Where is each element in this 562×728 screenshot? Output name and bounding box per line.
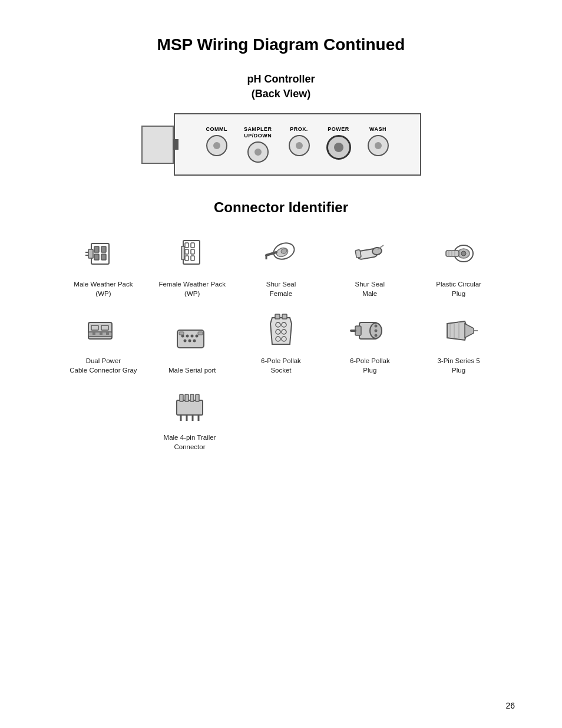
svg-point-46 bbox=[193, 339, 196, 342]
connector-section-title: Connector Identifier bbox=[47, 199, 515, 216]
svg-point-45 bbox=[189, 339, 191, 342]
list-item: Shur SealMale bbox=[325, 233, 414, 298]
svg-rect-36 bbox=[92, 332, 95, 335]
3-pin-series-5-plug-icon bbox=[435, 312, 482, 350]
svg-point-43 bbox=[196, 334, 199, 337]
svg-rect-3 bbox=[94, 254, 99, 260]
svg-rect-15 bbox=[181, 246, 184, 259]
svg-rect-56 bbox=[282, 314, 287, 319]
connector-grid: Male Weather Pack(WP) Fema bbox=[47, 233, 515, 452]
port-power: POWER bbox=[326, 126, 351, 160]
list-item: 3-Pin Series 5Plug bbox=[414, 310, 503, 375]
svg-point-44 bbox=[184, 339, 187, 342]
svg-line-18 bbox=[266, 252, 276, 255]
svg-rect-14 bbox=[191, 256, 194, 261]
svg-rect-55 bbox=[275, 314, 280, 319]
port-sampler: SAMPLERUP/DOWN bbox=[244, 126, 272, 163]
svg-point-41 bbox=[186, 334, 189, 337]
list-item: 6-Pole PollakSocket bbox=[237, 310, 326, 375]
main-panel: COMML SAMPLERUP/DOWN PROX. POWER bbox=[174, 113, 421, 176]
svg-rect-68 bbox=[177, 400, 203, 415]
svg-rect-37 bbox=[100, 332, 103, 335]
svg-rect-2 bbox=[101, 246, 106, 252]
svg-rect-24 bbox=[355, 250, 361, 258]
svg-rect-1 bbox=[94, 246, 99, 252]
port-prox: PROX. bbox=[289, 126, 310, 156]
female-weather-pack-icon bbox=[168, 235, 216, 273]
svg-point-61 bbox=[374, 334, 377, 337]
page-number: 26 bbox=[505, 701, 515, 710]
svg-point-22 bbox=[372, 247, 382, 256]
svg-point-59 bbox=[374, 324, 377, 327]
svg-rect-28 bbox=[446, 251, 459, 256]
page: MSP Wiring Diagram Continued pH Controll… bbox=[0, 0, 562, 728]
male-weather-pack-icon bbox=[80, 235, 127, 273]
page-title: MSP Wiring Diagram Continued bbox=[47, 35, 515, 54]
list-item: Male Serial port bbox=[148, 319, 237, 375]
svg-rect-71 bbox=[190, 394, 194, 401]
svg-rect-72 bbox=[196, 394, 199, 401]
svg-rect-5 bbox=[88, 249, 93, 258]
svg-rect-10 bbox=[191, 243, 194, 248]
plastic-circular-plug-icon bbox=[435, 235, 482, 273]
list-item: Shur SealFemale bbox=[237, 233, 326, 298]
6-pole-pollak-socket-icon bbox=[257, 312, 305, 350]
list-item: Male 4-pin TrailerConnector bbox=[144, 387, 236, 452]
list-item: Plastic CircularPlug bbox=[414, 233, 503, 298]
male-serial-port-icon bbox=[168, 321, 216, 360]
panel-ports: COMML SAMPLERUP/DOWN PROX. POWER bbox=[206, 126, 388, 163]
list-item: Female Weather Pack(WP) bbox=[148, 233, 237, 298]
connector-row-3: Male 4-pin TrailerConnector bbox=[0, 387, 503, 452]
svg-rect-69 bbox=[180, 394, 183, 401]
connector-row-1: Male Weather Pack(WP) Fema bbox=[59, 233, 503, 298]
svg-rect-48 bbox=[198, 332, 203, 335]
svg-rect-9 bbox=[185, 243, 189, 248]
port-comml: COMML bbox=[206, 126, 227, 156]
6-pole-pollak-plug-icon bbox=[346, 312, 394, 350]
list-item: Dual PowerCable Connector Gray bbox=[59, 310, 148, 375]
controller-diagram: COMML SAMPLERUP/DOWN PROX. POWER bbox=[47, 113, 515, 176]
shur-seal-female-icon bbox=[257, 235, 305, 273]
svg-point-60 bbox=[374, 329, 377, 332]
svg-rect-11 bbox=[185, 249, 189, 254]
svg-point-27 bbox=[461, 251, 466, 256]
dual-power-cable-icon bbox=[80, 312, 127, 350]
svg-rect-70 bbox=[185, 394, 189, 401]
svg-rect-38 bbox=[106, 332, 109, 335]
connector-row-2: Dual PowerCable Connector Gray bbox=[59, 310, 503, 375]
svg-point-42 bbox=[191, 334, 194, 337]
list-item: 6-Pole PollakPlug bbox=[325, 310, 414, 375]
list-item: Male Weather Pack(WP) bbox=[59, 233, 148, 298]
svg-rect-12 bbox=[191, 249, 194, 254]
controller-subtitle: pH Controller (Back View) bbox=[47, 72, 515, 101]
port-wash: WASH bbox=[368, 126, 389, 156]
male-4pin-trailer-icon bbox=[166, 388, 213, 427]
svg-rect-4 bbox=[101, 254, 106, 260]
shur-seal-male-icon bbox=[346, 235, 394, 273]
svg-rect-13 bbox=[185, 256, 189, 261]
svg-rect-47 bbox=[179, 332, 184, 335]
